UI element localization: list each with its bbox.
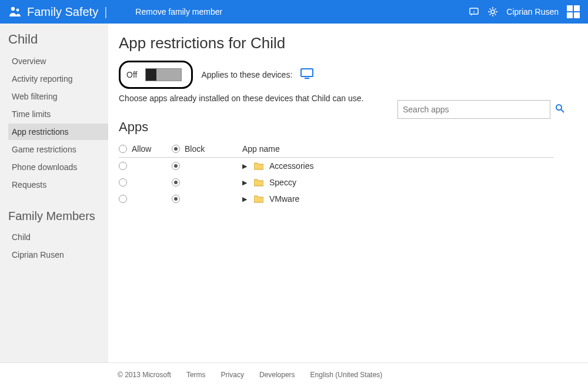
sidebar-item-game-restrictions[interactable]: Game restrictions bbox=[8, 141, 108, 158]
brand-block[interactable]: Family Safety bbox=[8, 5, 98, 19]
brand-separator: | bbox=[104, 5, 107, 19]
svg-point-1 bbox=[16, 9, 19, 12]
toggle-state-label: Off bbox=[126, 70, 137, 79]
sidebar-item-label: Ciprian Rusen bbox=[12, 250, 64, 259]
sidebar-item-label: Game restrictions bbox=[12, 145, 76, 154]
sidebar-item-label: Phone downloads bbox=[12, 162, 77, 172]
sidebar-item-label: Web filtering bbox=[12, 92, 58, 101]
family-icon bbox=[8, 5, 22, 19]
allow-radio[interactable] bbox=[119, 195, 127, 203]
svg-point-15 bbox=[556, 105, 562, 110]
remove-family-member-link[interactable]: Remove family member bbox=[135, 7, 222, 16]
apps-section-title: Apps bbox=[119, 119, 564, 135]
app-row: ▶ Accessories bbox=[119, 158, 554, 174]
page-title: App restrictions for Child bbox=[119, 34, 564, 52]
sidebar-family-title: Family Members bbox=[8, 209, 108, 223]
sidebar-item-label: Child bbox=[12, 232, 31, 242]
block-radio[interactable] bbox=[172, 178, 180, 187]
sidebar-item-label: Time limits bbox=[12, 109, 51, 119]
app-row: ▶ VMware bbox=[119, 191, 554, 207]
page-footer: © 2013 Microsoft Terms Privacy Developer… bbox=[0, 362, 588, 386]
gear-icon[interactable] bbox=[487, 6, 498, 17]
sidebar: Child Overview Activity reporting Web fi… bbox=[0, 24, 108, 362]
footer-link-language[interactable]: English (United States) bbox=[310, 371, 383, 379]
svg-point-0 bbox=[11, 7, 15, 11]
sidebar-item-label: Overview bbox=[12, 56, 46, 66]
svg-line-11 bbox=[490, 14, 491, 15]
sidebar-child-title: Child bbox=[8, 32, 108, 47]
sidebar-item-label: App restrictions bbox=[12, 127, 68, 137]
column-appname-label: App name bbox=[242, 144, 280, 154]
toggle-knob bbox=[146, 69, 156, 81]
main-content: App restrictions for Child Off Applies t… bbox=[108, 24, 588, 362]
svg-rect-14 bbox=[305, 78, 309, 79]
expand-chevron-icon[interactable]: ▶ bbox=[242, 179, 248, 187]
sidebar-member-ciprian[interactable]: Ciprian Rusen bbox=[8, 247, 108, 263]
apps-table: Allow Block App name ▶ Acce bbox=[119, 141, 554, 207]
sidebar-item-activity-reporting[interactable]: Activity reporting bbox=[8, 71, 108, 87]
svg-line-10 bbox=[495, 14, 496, 15]
footer-copyright: © 2013 Microsoft bbox=[118, 371, 171, 379]
footer-link-developers[interactable]: Developers bbox=[259, 371, 295, 379]
svg-line-9 bbox=[490, 9, 491, 10]
toggle-callout: Off bbox=[119, 61, 193, 89]
allow-all-radio[interactable] bbox=[119, 145, 127, 153]
block-all-radio[interactable] bbox=[172, 145, 180, 153]
allow-radio[interactable] bbox=[119, 178, 127, 187]
sidebar-item-overview[interactable]: Overview bbox=[8, 53, 108, 69]
sidebar-item-label: Requests bbox=[12, 180, 46, 189]
svg-rect-13 bbox=[301, 69, 313, 76]
expand-chevron-icon[interactable]: ▶ bbox=[242, 195, 248, 203]
header-bar: Family Safety | Remove family member 1 C… bbox=[0, 0, 588, 24]
windows-grid-icon[interactable] bbox=[567, 5, 580, 18]
folder-icon bbox=[254, 178, 263, 187]
block-radio[interactable] bbox=[172, 162, 180, 170]
sidebar-item-app-restrictions[interactable]: App restrictions bbox=[8, 124, 108, 140]
footer-link-privacy[interactable]: Privacy bbox=[221, 371, 244, 379]
apps-table-header: Allow Block App name bbox=[119, 141, 554, 158]
sidebar-member-child[interactable]: Child bbox=[8, 229, 108, 245]
app-row: ▶ Speccy bbox=[119, 174, 554, 191]
search-apps-input[interactable] bbox=[397, 100, 550, 119]
app-name[interactable]: Speccy bbox=[269, 178, 296, 187]
search-icon[interactable] bbox=[555, 104, 564, 115]
monitor-icon[interactable] bbox=[300, 68, 313, 82]
svg-line-12 bbox=[495, 9, 496, 10]
svg-text:1: 1 bbox=[473, 9, 476, 14]
app-name[interactable]: VMware bbox=[269, 194, 299, 204]
app-name[interactable]: Accessories bbox=[269, 161, 313, 171]
sidebar-item-web-filtering[interactable]: Web filtering bbox=[8, 88, 108, 105]
sidebar-item-phone-downloads[interactable]: Phone downloads bbox=[8, 159, 108, 175]
header-user-name[interactable]: Ciprian Rusen bbox=[506, 7, 559, 16]
svg-line-16 bbox=[561, 109, 564, 112]
footer-link-terms[interactable]: Terms bbox=[186, 371, 206, 379]
expand-chevron-icon[interactable]: ▶ bbox=[242, 162, 248, 170]
block-radio[interactable] bbox=[172, 195, 180, 203]
sidebar-item-requests[interactable]: Requests bbox=[8, 177, 108, 193]
brand-title: Family Safety bbox=[27, 5, 98, 19]
folder-icon bbox=[254, 195, 263, 203]
devices-label: Applies to these devices: bbox=[201, 70, 292, 79]
sidebar-item-label: Activity reporting bbox=[12, 74, 72, 84]
svg-point-4 bbox=[491, 10, 495, 14]
restrictions-toggle[interactable] bbox=[145, 68, 182, 81]
folder-icon bbox=[254, 162, 263, 170]
messages-icon[interactable]: 1 bbox=[469, 6, 479, 17]
column-allow-label: Allow bbox=[132, 144, 151, 154]
allow-radio[interactable] bbox=[119, 162, 127, 170]
sidebar-item-time-limits[interactable]: Time limits bbox=[8, 106, 108, 122]
column-block-label: Block bbox=[185, 144, 205, 154]
